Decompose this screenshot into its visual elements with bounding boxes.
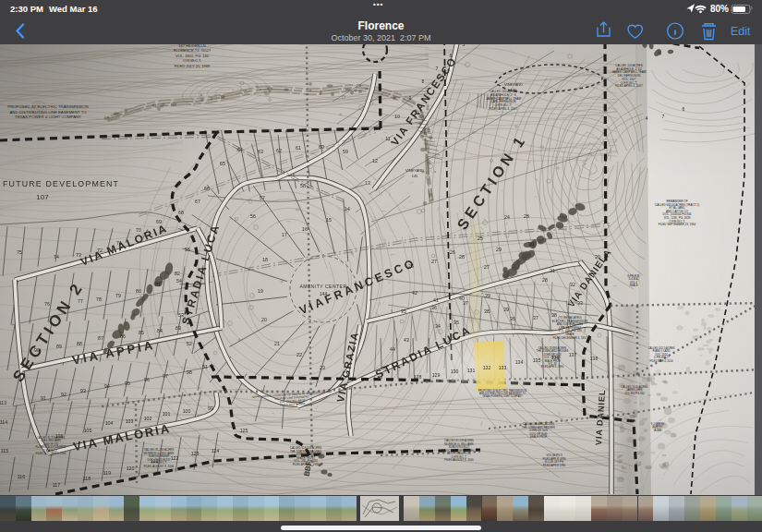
svg-text:Edit: Edit — [731, 25, 750, 38]
svg-text:80%: 80% — [710, 4, 729, 14]
